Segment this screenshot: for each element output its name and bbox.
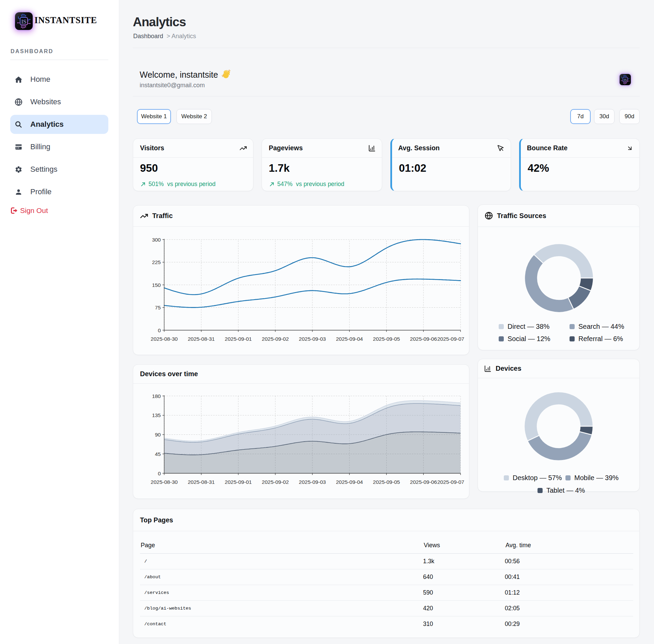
svg-text:2025-09-05: 2025-09-05 (373, 479, 400, 485)
svg-text:2025-09-06: 2025-09-06 (410, 479, 437, 485)
svg-text:2025-09-07: 2025-09-07 (437, 479, 464, 485)
svg-text:2025-09-02: 2025-09-02 (262, 336, 289, 342)
svg-text:135: 135 (152, 412, 161, 418)
svg-text:2025-09-03: 2025-09-03 (299, 479, 326, 485)
svg-text:0: 0 (158, 471, 161, 476)
svg-text:2025-09-06: 2025-09-06 (410, 336, 437, 342)
svg-text:300: 300 (152, 237, 161, 243)
svg-text:90: 90 (155, 432, 161, 438)
svg-text:0: 0 (158, 327, 161, 333)
svg-text:225: 225 (152, 259, 161, 265)
svg-text:75: 75 (155, 305, 161, 310)
svg-text:2025-08-31: 2025-08-31 (188, 479, 215, 485)
svg-text:2025-09-03: 2025-09-03 (299, 336, 326, 342)
svg-text:2025-09-02: 2025-09-02 (262, 479, 289, 485)
svg-text:IS: IS (21, 18, 26, 25)
svg-text:180: 180 (152, 393, 161, 399)
svg-text:2025-09-05: 2025-09-05 (373, 336, 400, 342)
svg-text:2025-09-07: 2025-09-07 (437, 336, 464, 342)
svg-text:2025-09-04: 2025-09-04 (336, 479, 363, 485)
svg-text:2025-08-30: 2025-08-30 (151, 336, 178, 342)
svg-text:IS: IS (624, 78, 627, 82)
svg-text:150: 150 (152, 282, 161, 288)
svg-text:2025-08-31: 2025-08-31 (188, 336, 215, 342)
svg-text:2025-09-01: 2025-09-01 (225, 479, 252, 485)
svg-text:45: 45 (155, 451, 161, 457)
svg-text:2025-08-30: 2025-08-30 (151, 479, 178, 485)
svg-text:2025-09-01: 2025-09-01 (225, 336, 252, 342)
svg-text:2025-09-04: 2025-09-04 (336, 336, 363, 342)
